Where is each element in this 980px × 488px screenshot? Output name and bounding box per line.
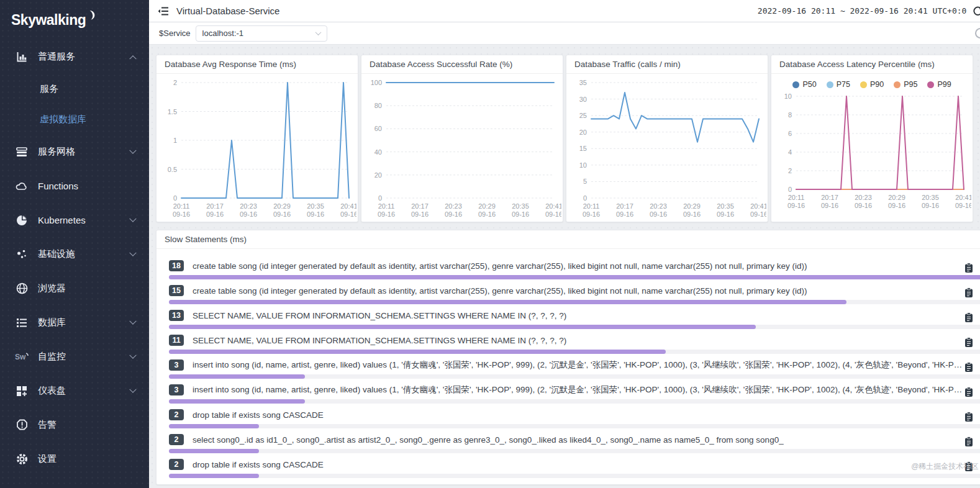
- kubernetes-icon: [15, 215, 29, 226]
- svg-text:8: 8: [788, 111, 792, 119]
- service-select[interactable]: localhost:-1: [196, 25, 327, 42]
- sidebar-item-dashboards[interactable]: 仪表盘: [0, 374, 149, 408]
- chevron-down-icon: [129, 147, 136, 153]
- sidebar-item-browser[interactable]: 浏览器: [0, 271, 149, 305]
- legend-item-p50[interactable]: P50: [792, 80, 816, 89]
- svg-text:20:23: 20:23: [240, 202, 257, 210]
- version-toggle[interactable]: V: [975, 28, 980, 38]
- sidebar-item-functions[interactable]: Functions: [0, 169, 149, 203]
- chevron-down-icon: [129, 386, 136, 392]
- gear-icon: [15, 453, 29, 465]
- svg-text:20: 20: [579, 129, 587, 136]
- dots-icon: [15, 249, 29, 260]
- svg-text:09-16: 09-16: [888, 202, 905, 209]
- copy-icon[interactable]: [964, 287, 973, 300]
- svg-text:09-16: 09-16: [378, 210, 395, 218]
- statement-bar-track: [169, 424, 980, 428]
- statement-bar: [169, 350, 666, 354]
- svg-text:09-16: 09-16: [273, 210, 291, 218]
- legend-label: P90: [870, 80, 884, 89]
- svg-text:0: 0: [173, 194, 177, 202]
- svg-text:20:29: 20:29: [273, 202, 291, 210]
- slow-statement-row: 3insert into song (id, name, artist, gen…: [157, 358, 980, 383]
- topbar-right: 2022-09-16 20:11 ~ 2022-09-16 20:41 UTC+…: [758, 6, 980, 16]
- copy-icon[interactable]: [964, 412, 973, 425]
- sidebar-item-label: 基础设施: [38, 248, 75, 260]
- statement-bar: [169, 474, 259, 478]
- app-logo[interactable]: Skywalking: [0, 0, 149, 40]
- statement-duration-badge: 3: [169, 359, 184, 371]
- chart-title: Database Traffic (calls / min): [566, 55, 768, 74]
- svg-text:25: 25: [579, 112, 587, 119]
- statement-duration-badge: 2: [169, 459, 184, 470]
- copy-icon[interactable]: [964, 263, 973, 276]
- svg-text:20:29: 20:29: [683, 202, 701, 210]
- svg-text:20:29: 20:29: [888, 194, 905, 201]
- list-icon: [15, 318, 29, 328]
- copy-icon[interactable]: [964, 337, 973, 350]
- copy-icon[interactable]: [964, 312, 973, 325]
- sidebar-item-label: 仪表盘: [38, 385, 66, 397]
- chart-title: Database Avg Response Time (ms): [157, 55, 358, 74]
- statement-duration-badge: 2: [169, 434, 184, 445]
- time-range-picker[interactable]: 2022-09-16 20:11 ~ 2022-09-16 20:41 UTC+…: [758, 6, 967, 16]
- statement-duration-badge: 3: [169, 384, 184, 395]
- statement-bar-track: [169, 474, 980, 478]
- svg-text:09-16: 09-16: [650, 210, 667, 218]
- chart-title: Database Access Latency Percentile (ms): [771, 55, 973, 74]
- legend-item-p75[interactable]: P75: [827, 80, 850, 89]
- svg-text:20:17: 20:17: [616, 202, 633, 210]
- filter-toolbar: $Service localhost:-1 V: [149, 22, 980, 45]
- svg-text:20:41: 20:41: [750, 202, 766, 210]
- sidebar-subitem-services[interactable]: 服务: [0, 74, 149, 104]
- sidebar-subitem-virtual-database[interactable]: 虚拟数据库: [0, 104, 149, 135]
- chevron-down-icon: [129, 249, 136, 256]
- layers-icon: [15, 147, 29, 158]
- statement-sql-text: SELECT NAME, VALUE FROM INFORMATION_SCHE…: [193, 336, 566, 345]
- crescent-icon: [86, 7, 96, 24]
- slow-statement-row: 11SELECT NAME, VALUE FROM INFORMATION_SC…: [157, 333, 980, 358]
- sidebar-item-service-mesh[interactable]: 服务网格: [0, 135, 149, 169]
- sidebar-item-self-observability[interactable]: Sw自监控: [0, 340, 149, 374]
- sidebar-item-infrastructure[interactable]: 基础设施: [0, 237, 149, 271]
- legend-item-p90[interactable]: P90: [860, 80, 884, 89]
- svg-text:09-16: 09-16: [821, 202, 838, 209]
- refresh-icon[interactable]: [973, 6, 980, 16]
- svg-text:20: 20: [374, 171, 382, 179]
- chart-card-1: Database Access Successful Rate (%)02040…: [361, 55, 563, 222]
- svg-text:09-16: 09-16: [445, 210, 462, 218]
- globe-icon: [15, 282, 29, 294]
- svg-text:20:11: 20:11: [583, 202, 600, 210]
- sidebar-item-settings[interactable]: 设置: [0, 442, 149, 476]
- sidebar-item-general-service[interactable]: 普通服务: [0, 40, 149, 74]
- copy-icon[interactable]: [964, 436, 973, 450]
- service-label: $Service: [159, 29, 191, 38]
- chart-title: Database Access Successful Rate (%): [361, 55, 563, 74]
- bar-chart-icon: [15, 52, 29, 63]
- slow-statements-card: Slow Statements (ms) 18create table song…: [156, 230, 980, 485]
- sidebar-item-database[interactable]: 数据库: [0, 305, 149, 340]
- statement-bar: [169, 399, 305, 404]
- sidebar-item-kubernetes[interactable]: Kubernetes: [0, 203, 149, 237]
- svg-text:09-16: 09-16: [750, 210, 766, 218]
- sidebar-item-alerting[interactable]: 告警: [0, 408, 149, 442]
- statement-bar: [169, 449, 259, 453]
- sidebar: Skywalking 普通服务服务虚拟数据库服务网格FunctionsKuber…: [0, 0, 149, 488]
- main-area: Virtual-Database-Service 2022-09-16 20:1…: [149, 0, 980, 488]
- svg-text:4: 4: [788, 148, 792, 156]
- svg-text:20:35: 20:35: [717, 202, 734, 210]
- statement-sql-text: insert into song (id, name, artist, genr…: [193, 384, 962, 395]
- charts-row: Database Avg Response Time (ms)00.511.52…: [156, 55, 980, 222]
- legend-dot: [827, 81, 833, 88]
- legend-item-p99[interactable]: P99: [927, 80, 951, 89]
- statement-bar-track: [169, 449, 980, 453]
- copy-icon[interactable]: [964, 387, 973, 400]
- statement-duration-badge: 18: [169, 260, 184, 271]
- sidebar-collapse-icon[interactable]: [158, 6, 169, 16]
- copy-icon[interactable]: [964, 362, 973, 375]
- chart-canvas-3: 024681020:1109-1620:1709-1620:2309-1620:…: [771, 89, 971, 213]
- svg-text:35: 35: [579, 79, 587, 86]
- legend-item-p95[interactable]: P95: [894, 80, 917, 89]
- svg-text:20:11: 20:11: [378, 202, 395, 210]
- svg-text:09-16: 09-16: [240, 210, 257, 218]
